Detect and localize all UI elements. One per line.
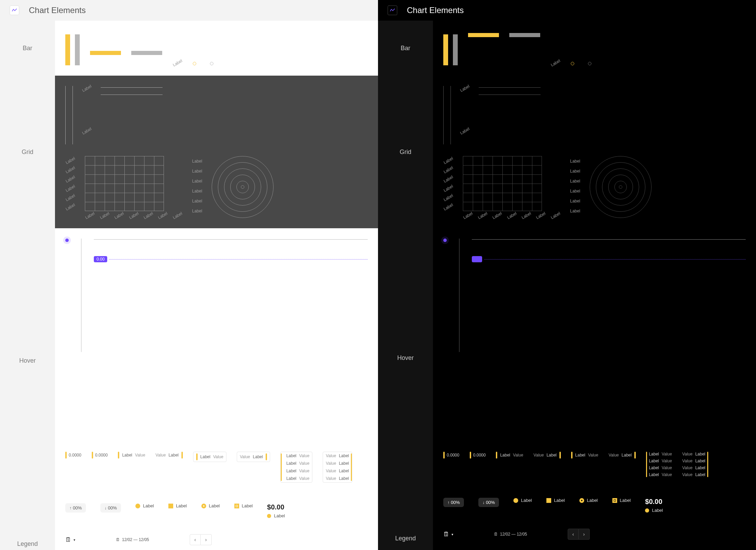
grid-y-labels: Label Label Label Label Label Label bbox=[65, 156, 75, 209]
legend-price: $0.00 bbox=[645, 498, 663, 506]
header: Chart Elements bbox=[378, 0, 756, 21]
header-title: Chart Elements bbox=[29, 6, 86, 15]
hover-dashed-line bbox=[109, 259, 368, 260]
hover-axis-h bbox=[94, 239, 368, 240]
header: Chart Elements bbox=[0, 0, 378, 21]
date-range[interactable]: 🗓 12/02 — 12/05 bbox=[491, 530, 530, 538]
prev-button[interactable]: ‹ bbox=[190, 534, 201, 545]
legend-price: $0.00 bbox=[267, 503, 285, 511]
legend-item-ring[interactable]: Label bbox=[201, 503, 220, 508]
grid-right-labels: Label Label Label Label Label Label bbox=[192, 156, 202, 213]
chevron-down-icon: ▾ bbox=[452, 532, 453, 536]
section-label-bar: Bar bbox=[378, 21, 433, 76]
vbar-yellow bbox=[65, 34, 70, 65]
nav-group: ‹ › bbox=[190, 534, 212, 545]
grid-x-labels: Label Label Label Label Label Label Labe… bbox=[85, 213, 182, 218]
trend-up-pill[interactable]: ↑00% bbox=[443, 498, 464, 507]
bar-section: Bar Label bbox=[378, 21, 756, 76]
legend-item-circle[interactable]: Label bbox=[135, 503, 154, 508]
next-button[interactable]: › bbox=[201, 534, 212, 545]
prev-button[interactable]: ‹ bbox=[568, 529, 579, 540]
section-label-bar: Bar bbox=[0, 21, 55, 76]
hover-stack: ValueLabel ValueLabel ValueLabel ValueLa… bbox=[323, 452, 352, 483]
tick-value: 0.0000 bbox=[95, 453, 108, 458]
calendar-dropdown[interactable]: 🗓 ▾ bbox=[443, 531, 453, 538]
vertical-bars bbox=[65, 34, 80, 65]
hover-section: Hover 0.00 0.0000 0.0000 LabelValue Valu… bbox=[0, 228, 378, 493]
legend-item-square-ring[interactable]: Label bbox=[234, 503, 253, 508]
hover-box: ValueLabel bbox=[237, 452, 270, 462]
grid-section: Grid Label Label LabelLabel LabelLabel L… bbox=[378, 76, 756, 228]
calendar-icon: 🗓 bbox=[443, 531, 449, 538]
hover-section: Hover . 0.0000 0.0000 LabelValue ValueLa… bbox=[378, 228, 756, 487]
hover-badge: . bbox=[472, 256, 482, 262]
vertical-gridlines bbox=[65, 86, 73, 144]
hover-point-icon bbox=[443, 239, 447, 242]
section-label-grid: Grid bbox=[378, 76, 433, 228]
legend-section: Legend ↑00% ↓00% Label Label Label Label… bbox=[0, 493, 378, 550]
calendar-icon: 🗓 bbox=[65, 536, 71, 543]
hover-badge: 0.00 bbox=[94, 256, 107, 262]
section-label-hover: Hover bbox=[378, 228, 433, 487]
section-label-grid: Grid bbox=[0, 76, 55, 228]
hover-point-icon bbox=[65, 239, 69, 242]
bar-section: Bar Label bbox=[0, 21, 378, 76]
dark-theme-panel: Chart Elements Bar Label Grid Label Labe… bbox=[378, 0, 756, 550]
date-range[interactable]: 🗓 12/02 — 12/05 bbox=[113, 536, 152, 543]
section-label-hover: Hover bbox=[0, 228, 55, 493]
concentric-grid bbox=[212, 156, 274, 218]
hover-axis-v bbox=[81, 239, 81, 352]
hbar-grey bbox=[131, 51, 162, 55]
calendar-icon: 🗓 bbox=[494, 532, 498, 537]
trend-down-pill[interactable]: ↓00% bbox=[100, 503, 121, 513]
hover-box: LabelValue bbox=[193, 452, 226, 462]
section-label-legend: Legend bbox=[0, 493, 55, 550]
section-label-legend: Legend bbox=[378, 487, 433, 550]
grid-section: Grid Label Label Label Label Label bbox=[0, 76, 378, 228]
light-theme-panel: Chart Elements Bar Label bbox=[0, 0, 378, 550]
legend-item-ring[interactable]: Label bbox=[579, 498, 598, 503]
hbar-yellow bbox=[90, 51, 121, 55]
arrow-down-icon: ↓ bbox=[104, 506, 107, 510]
header-title: Chart Elements bbox=[407, 6, 464, 15]
arrow-down-icon: ↓ bbox=[482, 500, 485, 505]
ring-dot-yellow bbox=[193, 62, 196, 65]
grid-square bbox=[85, 156, 164, 211]
legend-item-square[interactable]: Label bbox=[168, 503, 187, 508]
trend-down-pill[interactable]: ↓00% bbox=[478, 498, 499, 507]
legend-item-circle[interactable]: Label bbox=[513, 498, 532, 503]
arrow-up-icon: ↑ bbox=[69, 506, 71, 510]
chart-icon bbox=[10, 6, 19, 15]
legend-section: Legend ↑00% ↓00% Label Label Label Label… bbox=[378, 487, 756, 550]
rotated-labels: Label bbox=[173, 60, 182, 65]
calendar-icon: 🗓 bbox=[116, 537, 120, 542]
hover-stack: LabelValue LabelValue LabelValue LabelVa… bbox=[280, 452, 312, 483]
chart-icon bbox=[388, 6, 397, 15]
vbar-grey bbox=[75, 34, 80, 65]
trend-up-pill[interactable]: ↑00% bbox=[65, 503, 86, 513]
ring-dots bbox=[193, 62, 213, 65]
chevron-down-icon: ▾ bbox=[74, 538, 75, 542]
tick-value: 0.0000 bbox=[69, 453, 81, 458]
legend-item-square[interactable]: Label bbox=[546, 498, 565, 503]
ring-dot-grey bbox=[210, 62, 213, 65]
legend-item-square-ring[interactable]: Label bbox=[612, 498, 631, 503]
horizontal-gridlines bbox=[101, 86, 163, 95]
calendar-dropdown[interactable]: 🗓 ▾ bbox=[65, 536, 75, 543]
next-button[interactable]: › bbox=[579, 529, 590, 540]
arrow-up-icon: ↑ bbox=[447, 500, 449, 505]
